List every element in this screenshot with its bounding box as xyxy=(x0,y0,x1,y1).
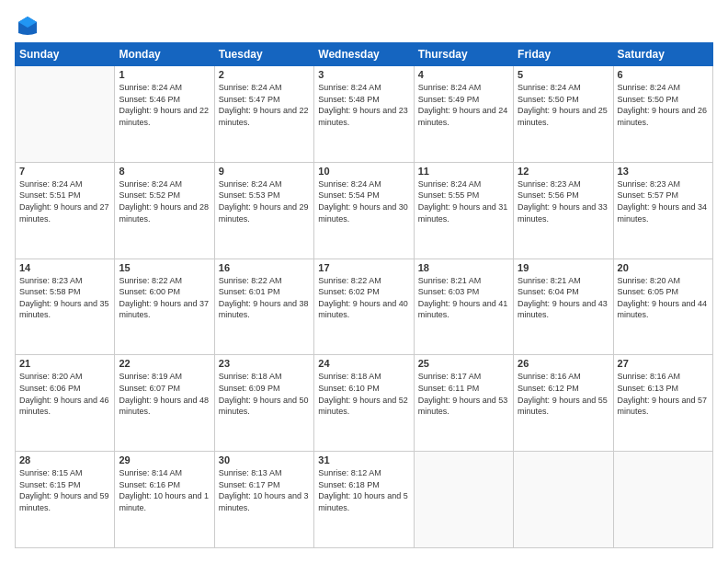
calendar-week-row: 1Sunrise: 8:24 AMSunset: 5:46 PMDaylight… xyxy=(16,66,713,163)
day-number: 12 xyxy=(518,166,609,177)
calendar-cell xyxy=(414,452,513,548)
day-number: 16 xyxy=(219,262,310,273)
day-number: 29 xyxy=(119,454,210,465)
day-number: 30 xyxy=(219,454,310,465)
weekday-header: Friday xyxy=(514,43,613,66)
day-number: 4 xyxy=(418,69,509,80)
calendar-cell: 20Sunrise: 8:20 AMSunset: 6:05 PMDayligh… xyxy=(613,259,712,355)
day-number: 28 xyxy=(19,454,110,465)
day-number: 24 xyxy=(318,358,409,369)
page: SundayMondayTuesdayWednesdayThursdayFrid… xyxy=(0,0,728,563)
day-info: Sunrise: 8:24 AMSunset: 5:46 PMDaylight:… xyxy=(119,82,210,128)
calendar-cell: 9Sunrise: 8:24 AMSunset: 5:53 PMDaylight… xyxy=(214,162,313,259)
calendar-week-row: 7Sunrise: 8:24 AMSunset: 5:51 PMDaylight… xyxy=(16,162,713,259)
day-number: 6 xyxy=(618,69,709,80)
day-info: Sunrise: 8:24 AMSunset: 5:47 PMDaylight:… xyxy=(219,82,310,128)
day-info: Sunrise: 8:24 AMSunset: 5:53 PMDaylight:… xyxy=(219,178,310,224)
calendar-week-row: 14Sunrise: 8:23 AMSunset: 5:58 PMDayligh… xyxy=(16,259,713,355)
logo xyxy=(15,15,39,33)
day-info: Sunrise: 8:14 AMSunset: 6:16 PMDaylight:… xyxy=(119,467,210,513)
calendar-cell: 4Sunrise: 8:24 AMSunset: 5:49 PMDaylight… xyxy=(414,66,513,163)
day-number: 13 xyxy=(618,166,709,177)
day-number: 9 xyxy=(219,166,310,177)
day-info: Sunrise: 8:13 AMSunset: 6:17 PMDaylight:… xyxy=(219,467,310,513)
calendar-week-row: 21Sunrise: 8:20 AMSunset: 6:06 PMDayligh… xyxy=(16,355,713,452)
calendar-cell xyxy=(514,452,613,548)
calendar-cell: 5Sunrise: 8:24 AMSunset: 5:50 PMDaylight… xyxy=(514,66,613,163)
calendar-cell: 15Sunrise: 8:22 AMSunset: 6:00 PMDayligh… xyxy=(115,259,214,355)
day-number: 19 xyxy=(518,262,609,273)
day-number: 1 xyxy=(119,69,210,80)
day-info: Sunrise: 8:19 AMSunset: 6:07 PMDaylight:… xyxy=(119,371,210,417)
calendar-cell: 31Sunrise: 8:12 AMSunset: 6:18 PMDayligh… xyxy=(314,452,414,548)
weekday-header: Saturday xyxy=(613,43,712,66)
day-info: Sunrise: 8:18 AMSunset: 6:10 PMDaylight:… xyxy=(318,371,409,417)
calendar-cell: 28Sunrise: 8:15 AMSunset: 6:15 PMDayligh… xyxy=(16,452,115,548)
day-info: Sunrise: 8:17 AMSunset: 6:11 PMDaylight:… xyxy=(418,371,509,417)
day-info: Sunrise: 8:24 AMSunset: 5:50 PMDaylight:… xyxy=(618,82,709,128)
day-number: 5 xyxy=(518,69,609,80)
day-info: Sunrise: 8:23 AMSunset: 5:58 PMDaylight:… xyxy=(19,275,110,321)
weekday-header: Thursday xyxy=(414,43,513,66)
day-info: Sunrise: 8:24 AMSunset: 5:51 PMDaylight:… xyxy=(19,178,110,224)
calendar-cell: 23Sunrise: 8:18 AMSunset: 6:09 PMDayligh… xyxy=(214,355,313,452)
day-number: 17 xyxy=(318,262,409,273)
day-info: Sunrise: 8:23 AMSunset: 5:56 PMDaylight:… xyxy=(518,178,609,224)
day-info: Sunrise: 8:20 AMSunset: 6:06 PMDaylight:… xyxy=(19,371,110,417)
calendar-cell: 8Sunrise: 8:24 AMSunset: 5:52 PMDaylight… xyxy=(115,162,214,259)
calendar-cell: 11Sunrise: 8:24 AMSunset: 5:55 PMDayligh… xyxy=(414,162,513,259)
day-info: Sunrise: 8:18 AMSunset: 6:09 PMDaylight:… xyxy=(219,371,310,417)
calendar-cell: 30Sunrise: 8:13 AMSunset: 6:17 PMDayligh… xyxy=(214,452,313,548)
calendar-cell: 19Sunrise: 8:21 AMSunset: 6:04 PMDayligh… xyxy=(514,259,613,355)
day-info: Sunrise: 8:24 AMSunset: 5:49 PMDaylight:… xyxy=(418,82,509,128)
day-info: Sunrise: 8:15 AMSunset: 6:15 PMDaylight:… xyxy=(19,467,110,513)
day-number: 3 xyxy=(318,69,409,80)
calendar-cell: 21Sunrise: 8:20 AMSunset: 6:06 PMDayligh… xyxy=(16,355,115,452)
day-number: 26 xyxy=(518,358,609,369)
weekday-header: Monday xyxy=(115,43,214,66)
header xyxy=(15,15,713,33)
calendar-cell: 14Sunrise: 8:23 AMSunset: 5:58 PMDayligh… xyxy=(16,259,115,355)
calendar-cell: 7Sunrise: 8:24 AMSunset: 5:51 PMDaylight… xyxy=(16,162,115,259)
day-info: Sunrise: 8:20 AMSunset: 6:05 PMDaylight:… xyxy=(618,275,709,321)
day-number: 15 xyxy=(119,262,210,273)
day-number: 11 xyxy=(418,166,509,177)
calendar-cell: 13Sunrise: 8:23 AMSunset: 5:57 PMDayligh… xyxy=(613,162,712,259)
calendar-cell: 25Sunrise: 8:17 AMSunset: 6:11 PMDayligh… xyxy=(414,355,513,452)
weekday-header: Tuesday xyxy=(214,43,313,66)
calendar-cell: 27Sunrise: 8:16 AMSunset: 6:13 PMDayligh… xyxy=(613,355,712,452)
logo-block xyxy=(15,15,39,33)
calendar-cell xyxy=(613,452,712,548)
day-info: Sunrise: 8:22 AMSunset: 6:02 PMDaylight:… xyxy=(318,275,409,321)
day-info: Sunrise: 8:23 AMSunset: 5:57 PMDaylight:… xyxy=(618,178,709,224)
calendar-cell: 6Sunrise: 8:24 AMSunset: 5:50 PMDaylight… xyxy=(613,66,712,163)
day-info: Sunrise: 8:22 AMSunset: 6:00 PMDaylight:… xyxy=(119,275,210,321)
day-info: Sunrise: 8:21 AMSunset: 6:04 PMDaylight:… xyxy=(518,275,609,321)
calendar-cell: 26Sunrise: 8:16 AMSunset: 6:12 PMDayligh… xyxy=(514,355,613,452)
day-number: 23 xyxy=(219,358,310,369)
day-info: Sunrise: 8:16 AMSunset: 6:13 PMDaylight:… xyxy=(618,371,709,417)
day-number: 14 xyxy=(19,262,110,273)
day-info: Sunrise: 8:24 AMSunset: 5:50 PMDaylight:… xyxy=(518,82,609,128)
day-number: 8 xyxy=(119,166,210,177)
calendar-cell: 12Sunrise: 8:23 AMSunset: 5:56 PMDayligh… xyxy=(514,162,613,259)
calendar-cell: 22Sunrise: 8:19 AMSunset: 6:07 PMDayligh… xyxy=(115,355,214,452)
day-info: Sunrise: 8:22 AMSunset: 6:01 PMDaylight:… xyxy=(219,275,310,321)
calendar-cell xyxy=(16,66,115,163)
day-info: Sunrise: 8:24 AMSunset: 5:54 PMDaylight:… xyxy=(318,178,409,224)
calendar-cell: 18Sunrise: 8:21 AMSunset: 6:03 PMDayligh… xyxy=(414,259,513,355)
day-number: 18 xyxy=(418,262,509,273)
logo-icon xyxy=(17,15,39,37)
calendar-week-row: 28Sunrise: 8:15 AMSunset: 6:15 PMDayligh… xyxy=(16,452,713,548)
calendar-cell: 1Sunrise: 8:24 AMSunset: 5:46 PMDaylight… xyxy=(115,66,214,163)
day-number: 20 xyxy=(618,262,709,273)
calendar-cell: 3Sunrise: 8:24 AMSunset: 5:48 PMDaylight… xyxy=(314,66,414,163)
calendar-cell: 17Sunrise: 8:22 AMSunset: 6:02 PMDayligh… xyxy=(314,259,414,355)
calendar-cell: 29Sunrise: 8:14 AMSunset: 6:16 PMDayligh… xyxy=(115,452,214,548)
day-number: 7 xyxy=(19,166,110,177)
weekday-header: Wednesday xyxy=(314,43,414,66)
calendar-cell: 10Sunrise: 8:24 AMSunset: 5:54 PMDayligh… xyxy=(314,162,414,259)
day-number: 25 xyxy=(418,358,509,369)
day-number: 22 xyxy=(119,358,210,369)
calendar-cell: 24Sunrise: 8:18 AMSunset: 6:10 PMDayligh… xyxy=(314,355,414,452)
